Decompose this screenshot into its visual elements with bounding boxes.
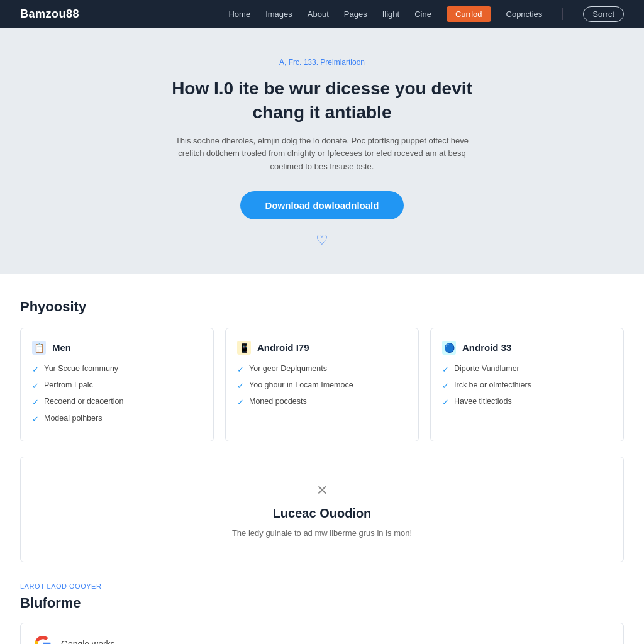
list-item: ✓Havee titlectlods: [442, 396, 612, 408]
cards-row: 📋 Men ✓Yur Sccue fcommuny ✓Perfrom Lpalc…: [20, 328, 624, 441]
nav-contact[interactable]: Copncties: [506, 9, 543, 19]
nav-pages[interactable]: Pages: [344, 9, 367, 19]
features-title: Phyoosity: [20, 299, 624, 315]
close-icon: ✕: [33, 482, 611, 499]
navbar: Bamzou88 Home Images About Pages Ilight …: [0, 0, 644, 28]
question-box: ✕ Luceac Ouodion The ledy guinale to ad …: [20, 457, 624, 563]
search-button[interactable]: Sorrct: [583, 6, 624, 22]
check-icon: ✓: [237, 397, 244, 408]
check-icon: ✓: [237, 364, 244, 375]
nav-links: Home Images About Pages Ilight Cine Curr…: [228, 6, 624, 22]
check-icon: ✓: [32, 364, 39, 375]
question-title: Luceac Ouodion: [33, 506, 611, 521]
download-button[interactable]: Download dowloadnloald: [240, 191, 404, 219]
nav-logo: Bamzou88: [20, 8, 79, 21]
check-icon: ✓: [32, 414, 39, 425]
check-icon: ✓: [32, 380, 39, 392]
card-android33-list: ✓Diporte Vundlumer ✓Irck be or olmtecthi…: [442, 364, 612, 409]
card-android33: 🔵 Android 33 ✓Diporte Vundlumer ✓Irck be…: [430, 328, 624, 441]
card-android179: 📱 Android I79 ✓Yor geor Deplquments ✓Yoo…: [225, 328, 419, 441]
nav-divider: [562, 8, 563, 20]
hero-title: How I.0 ite be wur dicesse you devit cha…: [158, 77, 486, 125]
card-android33-icon: 🔵: [442, 341, 456, 355]
nav-ilight[interactable]: Ilight: [382, 9, 399, 19]
card-android179-header: 📱 Android I79: [237, 341, 407, 355]
hero-section: A, Frc. 133. Preimlartloon How I.0 ite b…: [0, 28, 644, 274]
check-icon: ✓: [237, 380, 244, 392]
card-android179-title: Android I79: [257, 342, 309, 353]
list-item: ✓Modeal polhbers: [32, 413, 202, 425]
question-description: The ledy guinale to ad mw llberme grus i…: [196, 527, 448, 540]
card-android33-header: 🔵 Android 33: [442, 341, 612, 355]
platform-label: LAROT LAOD OOOYER: [20, 582, 624, 590]
nav-home[interactable]: Home: [228, 9, 250, 19]
nav-cine[interactable]: Cine: [414, 9, 431, 19]
google-icon: [33, 635, 52, 644]
check-icon: ✓: [442, 397, 449, 408]
features-section: Phyoosity 📋 Men ✓Yur Sccue fcommuny ✓Per…: [0, 274, 644, 582]
hero-description: This sochne dheroles, elrnjin dolg the l…: [165, 135, 479, 174]
nav-about[interactable]: About: [308, 9, 329, 19]
card-men-header: 📋 Men: [32, 341, 202, 355]
list-item: ✓Yoo ghour in Locam Imemoce: [237, 380, 407, 392]
card-android179-icon: 📱: [237, 341, 251, 355]
card-men: 📋 Men ✓Yur Sccue fcommuny ✓Perfrom Lpalc…: [20, 328, 214, 441]
check-icon: ✓: [442, 364, 449, 375]
platform-card[interactable]: Gongle works: [20, 623, 624, 644]
list-item: ✓Irck be or olmtecthiers: [442, 380, 612, 392]
platform-section: LAROT LAOD OOOYER Bluforme Gongle works: [0, 582, 644, 644]
card-android179-list: ✓Yor geor Deplquments ✓Yoo ghour in Loca…: [237, 364, 407, 409]
card-android33-title: Android 33: [462, 342, 511, 353]
platform-card-name: Gongle works: [61, 639, 115, 644]
heart-icon: ♡: [20, 232, 624, 248]
card-men-list: ✓Yur Sccue fcommuny ✓Perfrom Lpalc ✓Reco…: [32, 364, 202, 425]
nav-images[interactable]: Images: [265, 9, 292, 19]
check-icon: ✓: [442, 380, 449, 392]
list-item: ✓Yor geor Deplquments: [237, 364, 407, 375]
list-item: ✓Moned pocdests: [237, 396, 407, 408]
card-men-title: Men: [52, 342, 71, 353]
card-men-icon: 📋: [32, 341, 46, 355]
platform-title: Bluforme: [20, 595, 624, 611]
list-item: ✓Diporte Vundlumer: [442, 364, 612, 375]
breadcrumb: A, Frc. 133. Preimlartloon: [20, 58, 624, 67]
list-item: ✓Yur Sccue fcommuny: [32, 364, 202, 375]
check-icon: ✓: [32, 397, 39, 408]
list-item: ✓Perfrom Lpalc: [32, 380, 202, 392]
list-item: ✓Recoend or dcaoertion: [32, 396, 202, 408]
nav-current-button[interactable]: Currlod: [447, 6, 491, 22]
